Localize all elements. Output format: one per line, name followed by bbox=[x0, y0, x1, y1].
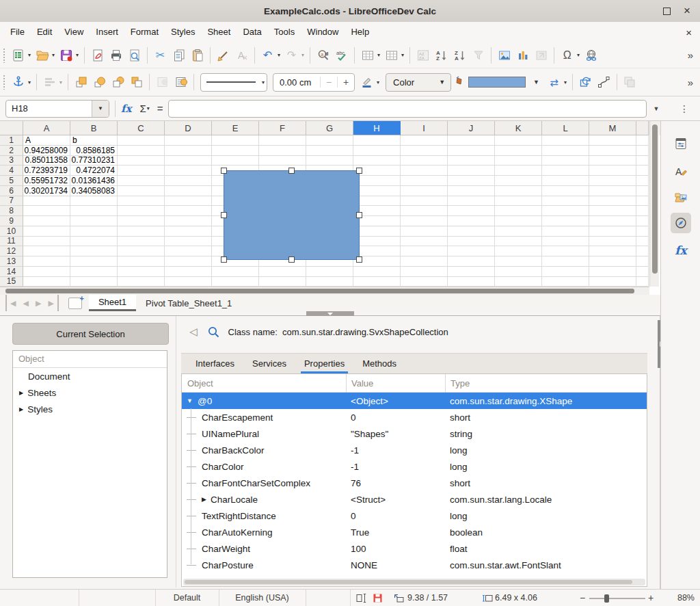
cell-B8[interactable] bbox=[70, 206, 118, 216]
cell-M6[interactable] bbox=[589, 186, 636, 196]
print-button[interactable] bbox=[107, 46, 125, 65]
cell-K8[interactable] bbox=[495, 206, 542, 216]
panel-splitter[interactable] bbox=[0, 311, 700, 316]
cell-I2[interactable] bbox=[401, 146, 448, 156]
cell-partial[interactable] bbox=[636, 135, 649, 146]
zoom-in-button[interactable]: + bbox=[648, 590, 654, 606]
edit-points-button[interactable] bbox=[595, 73, 613, 92]
sidebar-gallery-button[interactable] bbox=[671, 187, 691, 207]
cell-J4[interactable] bbox=[448, 166, 495, 176]
row-header-11[interactable]: 11 bbox=[0, 237, 23, 247]
menu-item-file[interactable]: File bbox=[4, 22, 31, 42]
vertical-scrollbar-thumb[interactable] bbox=[652, 124, 658, 274]
cell-I3[interactable] bbox=[401, 156, 448, 166]
column-header-B[interactable]: B bbox=[70, 121, 118, 135]
insert-object-button[interactable] bbox=[532, 46, 550, 65]
insert-image-button[interactable] bbox=[495, 46, 513, 65]
zoom-slider-track[interactable] bbox=[589, 598, 645, 599]
properties-horizontal-scrollbar[interactable] bbox=[183, 579, 645, 585]
devtools-tab-interfaces[interactable]: Interfaces bbox=[187, 354, 243, 373]
cell-I8[interactable] bbox=[401, 206, 448, 216]
cut-button[interactable]: ✂ bbox=[151, 46, 170, 65]
cell-M2[interactable] bbox=[589, 146, 636, 156]
sidebar-properties-button[interactable] bbox=[671, 133, 691, 154]
cell-G15[interactable] bbox=[306, 277, 353, 287]
cell-H15[interactable] bbox=[353, 277, 401, 287]
cell-partial[interactable] bbox=[636, 156, 649, 166]
cell-B11[interactable] bbox=[70, 237, 118, 247]
cell-K1[interactable] bbox=[495, 135, 542, 146]
cell-F3[interactable] bbox=[259, 156, 306, 166]
cell-I13[interactable] bbox=[401, 256, 448, 267]
fill-color-button[interactable] bbox=[455, 73, 466, 92]
cell-A6[interactable]: 0.30201734 bbox=[23, 186, 70, 196]
resize-handle[interactable] bbox=[288, 256, 295, 263]
cell-D11[interactable] bbox=[165, 237, 212, 247]
cell-J11[interactable] bbox=[448, 237, 495, 247]
undo-dropdown-arrow[interactable]: ▾ bbox=[278, 52, 280, 58]
sidebar-functions-button[interactable]: fx bbox=[671, 240, 691, 261]
cell-I4[interactable] bbox=[401, 166, 448, 176]
name-box[interactable]: H18 ▼ bbox=[5, 100, 109, 118]
cell-H6[interactable] bbox=[353, 186, 401, 196]
wrap-through-button[interactable] bbox=[172, 73, 190, 92]
cell-D5[interactable] bbox=[165, 176, 212, 186]
vertical-scrollbar[interactable] bbox=[649, 121, 659, 287]
line-width-spinner[interactable]: 0.00 cm − + bbox=[273, 73, 355, 92]
close-window-button[interactable]: × bbox=[677, 0, 697, 22]
cell-E2[interactable] bbox=[212, 146, 259, 156]
column-header-C[interactable]: C bbox=[118, 121, 165, 135]
sum-dropdown-arrow[interactable]: ▾ bbox=[147, 105, 150, 111]
cell-M1[interactable] bbox=[589, 135, 636, 146]
cell-B9[interactable] bbox=[70, 216, 118, 226]
sheet-tab-sheet1[interactable]: Sheet1 bbox=[89, 295, 136, 311]
first-sheet-button[interactable]: ◀ bbox=[5, 295, 19, 311]
cell-D4[interactable] bbox=[165, 166, 212, 176]
cell-partial[interactable] bbox=[636, 176, 649, 186]
cell-A9[interactable] bbox=[23, 216, 70, 226]
devtools-tab-properties[interactable]: Properties bbox=[295, 354, 353, 373]
column-header-object[interactable]: Object bbox=[182, 374, 346, 392]
cell-C12[interactable] bbox=[118, 246, 165, 256]
menu-item-window[interactable]: Window bbox=[301, 22, 345, 42]
property-row-CharColor[interactable]: CharColor-1long bbox=[182, 458, 647, 475]
cell-C14[interactable] bbox=[118, 267, 165, 277]
cell-E1[interactable] bbox=[212, 135, 259, 146]
cell-B4[interactable]: 0.4722074 bbox=[70, 166, 118, 176]
cell-K11[interactable] bbox=[495, 237, 542, 247]
cell-M15[interactable] bbox=[589, 277, 636, 287]
line-width-value[interactable]: 0.00 cm bbox=[273, 77, 320, 88]
menu-item-insert[interactable]: Insert bbox=[90, 22, 124, 42]
column-header-H[interactable]: H bbox=[353, 121, 401, 135]
cell-K10[interactable] bbox=[495, 226, 542, 237]
resize-handle[interactable] bbox=[221, 212, 227, 218]
cell-L12[interactable] bbox=[542, 246, 589, 256]
cell-I14[interactable] bbox=[401, 267, 448, 277]
new-dropdown-arrow[interactable]: ▾ bbox=[28, 52, 31, 58]
resize-handle[interactable] bbox=[221, 168, 227, 174]
row-header-14[interactable]: 14 bbox=[0, 267, 23, 277]
copy-button[interactable] bbox=[170, 46, 188, 65]
column-header-L[interactable]: L bbox=[542, 121, 589, 135]
cell-M7[interactable] bbox=[589, 196, 636, 207]
cell-I9[interactable] bbox=[401, 216, 448, 226]
cell-K9[interactable] bbox=[495, 216, 542, 226]
cell-L3[interactable] bbox=[542, 156, 589, 166]
cell-C11[interactable] bbox=[118, 237, 165, 247]
cell-H11[interactable] bbox=[353, 237, 401, 247]
cell-J3[interactable] bbox=[448, 156, 495, 166]
column-header-M[interactable]: M bbox=[589, 121, 636, 135]
menu-item-format[interactable]: Format bbox=[124, 22, 165, 42]
sidebar-settings-button[interactable]: ⋮ bbox=[679, 103, 689, 114]
function-wizard-button[interactable]: fx bbox=[121, 103, 131, 115]
tree-item-document[interactable]: Document bbox=[13, 368, 167, 384]
cell-C7[interactable] bbox=[118, 196, 165, 207]
menu-item-view[interactable]: View bbox=[58, 22, 90, 42]
cell-partial[interactable] bbox=[636, 146, 649, 156]
cell-B13[interactable] bbox=[70, 256, 118, 267]
column-header-K[interactable]: K bbox=[495, 121, 542, 135]
restore-window-button[interactable] bbox=[656, 0, 677, 22]
cell-M14[interactable] bbox=[589, 267, 636, 277]
cell-A13[interactable] bbox=[23, 256, 70, 267]
cell-K15[interactable] bbox=[495, 277, 542, 287]
